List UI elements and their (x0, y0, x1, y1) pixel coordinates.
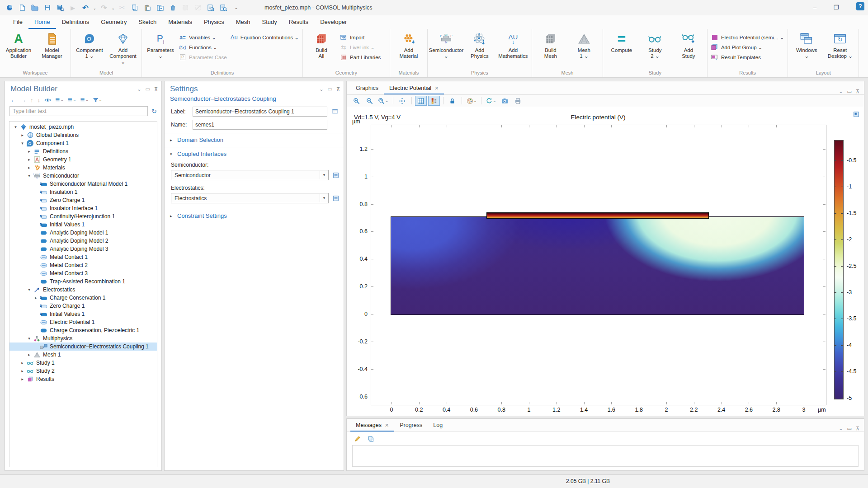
tree-item[interactable]: ▾Electrostatics (9, 286, 157, 294)
tree-item[interactable]: Charge Conservation, Piezoelectric 1 (9, 326, 157, 334)
tree-item[interactable]: Trap-Assisted Recombination 1 (9, 277, 157, 286)
expander-chevron-icon[interactable]: ▾ (19, 141, 26, 145)
tree-item[interactable]: ▸Study 1 (9, 359, 157, 367)
menu-materials[interactable]: Materials (162, 15, 198, 29)
tree-filter-input[interactable]: Type filter text (9, 106, 148, 116)
pin-icon[interactable]: ⊼ (154, 86, 158, 92)
build-all-button[interactable]: BuildAll (305, 30, 338, 59)
comsol-logo-icon[interactable] (5, 3, 14, 13)
expander-chevron-icon[interactable]: ▸ (26, 352, 33, 357)
expander-chevron-icon[interactable]: ▾ (26, 174, 33, 178)
expander-chevron-icon[interactable]: ▸ (19, 377, 26, 381)
move-down-icon[interactable]: ↓ (38, 97, 41, 103)
tree-item[interactable]: Analytic Doping Model 2 (9, 237, 157, 245)
tab-messages[interactable]: Messages✕ (350, 419, 394, 432)
undo-chevron-icon[interactable]: ⌄ (93, 5, 96, 11)
collapse-chevron-icon[interactable]: ⌄ (319, 86, 323, 92)
pin-icon[interactable]: ⊼ (856, 426, 859, 432)
collapse-list-icon[interactable]: ≣⌄ (68, 97, 76, 103)
electrostatics-combo[interactable]: Electrostatics ▾ (171, 193, 329, 203)
preview-icon[interactable] (218, 3, 228, 13)
maximize-button[interactable]: ❐ (826, 0, 847, 15)
plot-swatch-button[interactable]: Electric Potential (semi... ⌄ (710, 33, 785, 42)
expander-chevron-icon[interactable]: ▸ (33, 296, 39, 300)
pin-icon[interactable]: ⊼ (856, 89, 859, 94)
expander-chevron-icon[interactable]: ▸ (26, 165, 33, 170)
node-display-icon[interactable]: ≣⌄ (80, 97, 89, 103)
plot-settings-icon[interactable] (853, 111, 859, 117)
menu-sketch[interactable]: Sketch (132, 15, 162, 29)
float-panel-icon[interactable]: ▭ (146, 86, 150, 92)
refresh-icon[interactable]: ↻ (151, 108, 157, 115)
add-physics-button[interactable]: AddPhysics (463, 30, 496, 59)
semiconductor-button[interactable]: PPMeNSemiconductor⌄ (430, 30, 462, 59)
tree-item[interactable]: Metal Contact 1 (9, 253, 157, 261)
close-icon[interactable]: ✕ (434, 85, 439, 91)
go-to-source-icon[interactable] (332, 171, 340, 179)
filter-icon[interactable]: ⌄ (93, 97, 102, 103)
go-to-source-icon[interactable] (332, 194, 340, 202)
menu-file[interactable]: File (7, 15, 28, 29)
new-file-icon[interactable] (17, 3, 27, 13)
tree-item[interactable]: ▾Multiphysics (9, 334, 157, 343)
result-templates-button[interactable]: Result Templates (710, 53, 785, 61)
add-study-button[interactable]: AddStudy (672, 30, 705, 59)
plot-area[interactable]: Vd=1.5 V, Vg=4 V Electric potential (V) … (347, 107, 864, 416)
menu-definitions[interactable]: Definitions (56, 15, 95, 29)
redo-chevron-icon[interactable]: ⌄ (112, 5, 115, 11)
section-coupled-interfaces[interactable]: ▾ Coupled Interfaces (165, 147, 344, 158)
disabled-action-1-icon[interactable] (180, 3, 190, 13)
component-button[interactable]: ΩComponent1 ⌄ (73, 30, 106, 59)
name-field[interactable]: semes1 (193, 120, 327, 130)
tree-item[interactable]: Semiconductor–Electrostatics Coupling 1 (9, 343, 157, 351)
menu-developer[interactable]: Developer (314, 15, 353, 29)
tree-item[interactable]: Electric Potential 1 (9, 318, 157, 326)
collapse-chevron-icon[interactable]: ⌄ (137, 86, 141, 92)
menu-geometry[interactable]: Geometry (95, 15, 132, 29)
clear-icon[interactable] (352, 434, 362, 444)
windows-button[interactable]: Windows⌄ (790, 30, 823, 59)
expander-chevron-icon[interactable]: ▸ (19, 369, 26, 373)
redo-icon[interactable]: ↷ (99, 3, 109, 13)
show-icon[interactable] (44, 97, 51, 103)
tree-item[interactable]: DInsulation 1 (9, 188, 157, 196)
section-domain-selection[interactable]: ▸ Domain Selection (165, 133, 344, 144)
cut-icon[interactable]: ✂ (117, 3, 127, 13)
zoom-box-button[interactable]: ⌄ (377, 96, 390, 106)
tree-item[interactable]: ▸Results (9, 375, 157, 383)
nav-forward-icon[interactable]: → (20, 97, 26, 103)
tree-item[interactable]: Metal Contact 2 (9, 261, 157, 269)
pin-icon[interactable]: ⊼ (336, 86, 340, 92)
rename-icon[interactable] (331, 108, 339, 116)
app-builder-button[interactable]: AApplicationBuilder (2, 30, 35, 59)
qat-customize-chevron-icon[interactable]: ⌄ (231, 3, 241, 13)
equation-button[interactable]: ΔuEquation Contributions ⌄ (229, 33, 300, 42)
semiconductor-combo[interactable]: Semiconductor ▾ (171, 170, 329, 180)
compute-button[interactable]: =Compute (605, 30, 638, 53)
tree-item[interactable]: DZero Charge 1 (9, 302, 157, 310)
delete-icon[interactable] (168, 3, 178, 13)
tree-item[interactable]: Analytic Doping Model 1 (9, 229, 157, 237)
parameter-case-button[interactable]: PParameter Case (178, 53, 228, 61)
refresh-button[interactable]: ⌄ (485, 96, 497, 106)
tree-item[interactable]: DContinuity/Heterojunction 1 (9, 212, 157, 221)
build-mesh-button[interactable]: BuildMesh (534, 30, 567, 59)
menu-results[interactable]: Results (283, 15, 314, 29)
move-up-icon[interactable]: ↑ (30, 97, 33, 103)
variables-button[interactable]: a=Variables ⌄ (178, 33, 228, 42)
menu-physics[interactable]: Physics (198, 15, 230, 29)
tree-item[interactable]: ▸Geometry 1 (9, 155, 157, 164)
printer-button[interactable] (512, 96, 524, 106)
save-icon[interactable] (42, 3, 52, 13)
zoom-in-button[interactable] (350, 96, 362, 106)
livelink-button[interactable]: ⇆LiveLink ⌄ (339, 43, 387, 52)
menu-home[interactable]: Home (28, 15, 56, 29)
expander-chevron-icon[interactable]: ▾ (26, 287, 33, 292)
legend-button[interactable] (428, 96, 440, 106)
float-panel-icon[interactable]: ▭ (847, 89, 852, 94)
float-panel-icon[interactable]: ▭ (847, 426, 852, 432)
label-field[interactable]: Semiconductor–Electrostatics Coupling 1 (193, 107, 327, 117)
functions-button[interactable]: f(x)Functions ⌄ (178, 43, 228, 52)
tree-item[interactable]: ▸Mesh 1 (9, 351, 157, 359)
grid-button[interactable] (415, 96, 427, 106)
